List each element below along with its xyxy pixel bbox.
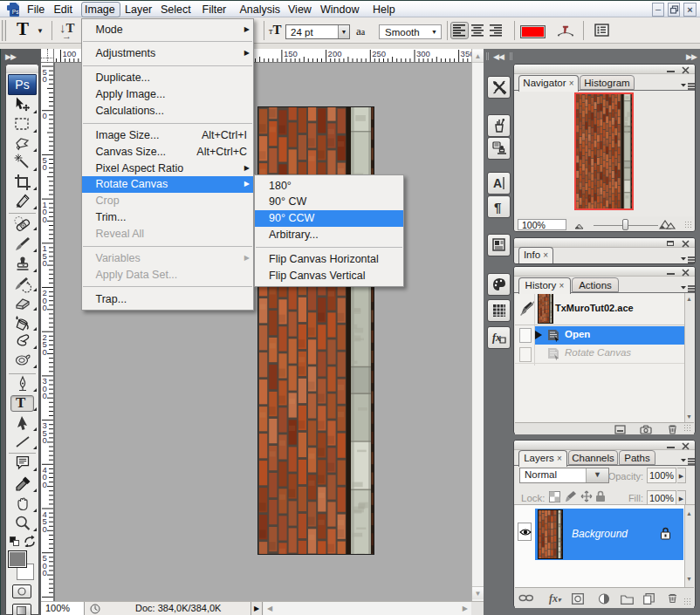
svg-text:250: 250	[372, 49, 386, 58]
svg-text:0: 0	[43, 435, 47, 445]
svg-text:A: A	[493, 176, 502, 190]
svg-text:150: 150	[284, 49, 298, 58]
svg-text:300: 300	[416, 49, 430, 58]
svg-text:0: 0	[43, 391, 47, 400]
svg-text:0: 0	[43, 347, 47, 357]
svg-text:0: 0	[43, 480, 47, 489]
svg-text:0: 0	[43, 258, 47, 268]
svg-text:0: 0	[43, 162, 47, 172]
svg-text:100: 100	[63, 49, 77, 58]
svg-text:0: 0	[43, 524, 47, 534]
svg-text:Ps: Ps	[12, 9, 19, 15]
svg-text:0: 0	[43, 303, 47, 312]
svg-text:350: 350	[461, 49, 471, 58]
svg-text:0: 0	[43, 74, 47, 84]
svg-text:200: 200	[328, 49, 342, 58]
svg-text:0: 0	[43, 215, 47, 224]
svg-text:¶: ¶	[494, 200, 501, 215]
svg-text:0: 0	[43, 111, 47, 120]
svg-text:0: 0	[43, 568, 47, 577]
